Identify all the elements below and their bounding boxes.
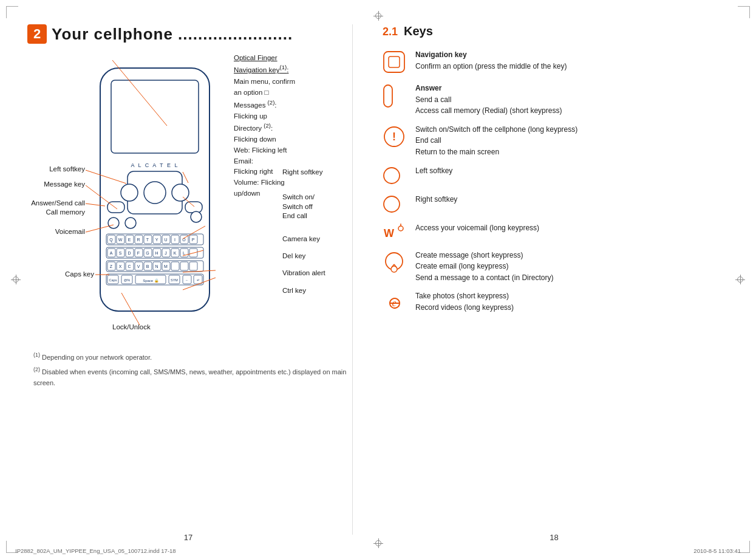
message-key-icon [383, 251, 408, 276]
svg-point-5 [121, 184, 138, 201]
voicemail-key-icon: W [383, 224, 408, 242]
key-entry-left-softkey: Left softkey [383, 165, 732, 187]
svg-point-103 [384, 196, 400, 212]
svg-rect-45 [189, 262, 197, 270]
svg-point-105 [398, 226, 403, 231]
footnote-2: (2) Disabled when events (incoming call,… [33, 365, 349, 388]
label-ctrl-key: Ctrl key [282, 287, 355, 294]
file-info-left: IP2882_802A_UM_YIPPEE_Eng_USA_05_100712.… [15, 547, 176, 554]
label-answer-send: Answer/Send call Call memory [27, 199, 85, 217]
camera-key-icon: e [383, 292, 408, 317]
key-entry-answer: Answer Send a call Access call memory (R… [383, 83, 732, 117]
key-entry-voicemail: W Access your voicemail (long keypress) [383, 222, 732, 242]
svg-text:Y: Y [155, 238, 158, 242]
right-column: 2.1 Keys Navigation key Confirm an optio… [364, 12, 744, 547]
svg-text:e: e [392, 298, 396, 308]
key-desc-camera: Take photos (short keypress) Record vide… [415, 290, 514, 313]
key-entry-message: Create message (short keypress) Create e… [383, 250, 732, 284]
label-camera-key: Camera key [282, 235, 355, 242]
svg-rect-1 [111, 80, 199, 153]
label-caps: Caps key [46, 270, 94, 278]
svg-text:SYM: SYM [171, 278, 178, 282]
svg-text:F: F [137, 251, 140, 255]
svg-rect-8 [185, 202, 202, 213]
svg-point-4 [144, 182, 166, 204]
svg-text:I: I [174, 238, 175, 242]
label-message-key: Message key [27, 180, 85, 188]
svg-text:Caps: Caps [109, 278, 117, 282]
nav-key-icon [383, 50, 408, 75]
svg-point-10 [125, 218, 136, 228]
left-column: 2 Your cellphone .......................… [12, 12, 364, 547]
section-number: 2 [27, 24, 47, 44]
label-voicemail: Voicemail [27, 228, 85, 235]
svg-text:Q: Q [109, 238, 113, 242]
left-softkey-icon [383, 166, 408, 187]
key-entry-power: ! Switch on/Switch off the cellphone (lo… [383, 124, 732, 158]
svg-point-9 [108, 218, 119, 228]
svg-text:K: K [174, 251, 177, 255]
svg-text:@%: @% [124, 278, 131, 282]
annotation-box: Optical Finger Navigation key(1): Main m… [234, 53, 355, 199]
footnote-1: (1) Depending on your network operator. [33, 351, 349, 363]
key-desc-answer: Answer Send a call Access call memory (R… [415, 83, 562, 117]
svg-point-6 [172, 184, 189, 201]
annotation-title: Optical Finger Navigation key(1): [234, 54, 288, 74]
label-del-key: Del key [282, 252, 355, 259]
svg-text:S: S [119, 251, 122, 255]
svg-text:H: H [155, 251, 158, 255]
svg-text:U: U [164, 238, 167, 242]
annotation-lines: Main menu, confirm an option □ Messages … [234, 77, 355, 199]
footnotes: (1) Depending on your network operator. … [27, 351, 355, 388]
svg-text:Z: Z [110, 264, 113, 269]
svg-text:A: A [110, 251, 113, 255]
svg-text:P: P [192, 238, 195, 242]
svg-text:O: O [182, 238, 186, 242]
page-number-left: 17 [184, 533, 192, 542]
svg-text:N: N [155, 264, 158, 269]
svg-rect-43 [171, 262, 179, 270]
answer-key-icon [383, 84, 408, 110]
file-info-right: 2010-8-5 11:03:41 [693, 547, 741, 554]
svg-text:W: W [118, 238, 123, 242]
svg-text:←: ← [185, 278, 189, 282]
svg-rect-35 [189, 249, 197, 257]
keys-heading: 2.1 Keys [383, 24, 732, 38]
svg-text:J: J [165, 251, 167, 255]
keys-section-num: 2.1 [383, 26, 398, 38]
key-desc-right-softkey: Right softkey [415, 194, 457, 205]
key-desc-message: Create message (short keypress) Create e… [415, 250, 553, 284]
label-left-softkey: Left softkey [27, 165, 85, 173]
svg-text:E: E [128, 238, 131, 242]
key-desc-voicemail: Access your voicemail (long keypress) [415, 222, 539, 234]
svg-text:G: G [146, 251, 149, 255]
page-number-right: 18 [550, 533, 558, 542]
svg-point-11 [191, 211, 202, 222]
svg-point-102 [384, 168, 400, 183]
svg-text:L: L [183, 251, 185, 255]
key-desc-power: Switch on/Switch off the cellphone (long… [415, 124, 577, 158]
svg-text:C: C [128, 264, 131, 269]
key-desc-nav: Navigation key Confirm an option (press … [415, 49, 567, 72]
section-title: Your cellphone ....................... [52, 25, 293, 44]
svg-text:↵: ↵ [197, 278, 200, 282]
svg-rect-44 [180, 262, 188, 270]
label-vibration-alert: Vibration alert [282, 269, 355, 276]
svg-text:X: X [119, 264, 122, 269]
section-heading: 2 Your cellphone ....................... [27, 24, 355, 44]
svg-text:!: ! [392, 131, 396, 143]
svg-rect-99 [384, 85, 392, 107]
svg-text:W: W [384, 227, 394, 239]
svg-text:D: D [128, 251, 131, 255]
svg-text:V: V [137, 264, 140, 269]
svg-rect-7 [107, 202, 124, 213]
svg-rect-98 [389, 57, 400, 67]
key-desc-left-softkey: Left softkey [415, 165, 452, 177]
svg-text:A L C A T E L: A L C A T E L [131, 162, 179, 168]
power-key-icon: ! [383, 125, 408, 150]
label-lock-unlock: Lock/Unlock [112, 323, 151, 331]
svg-text:Space 🔒: Space 🔒 [143, 278, 159, 283]
page-container: 2 Your cellphone .......................… [12, 12, 744, 547]
svg-text:R: R [137, 238, 140, 242]
key-entry-right-softkey: Right softkey [383, 194, 732, 215]
